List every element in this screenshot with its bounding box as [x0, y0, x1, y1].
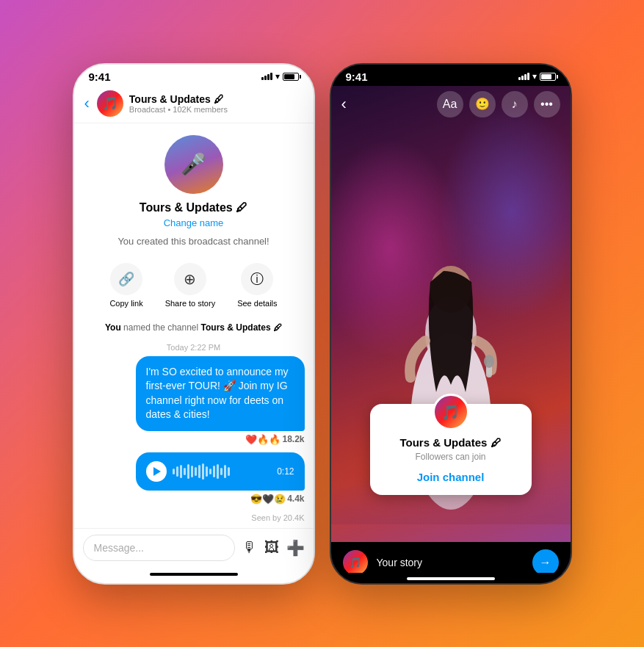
emoji-tool-button[interactable]: 🙂	[469, 91, 496, 118]
messages-area: I'm SO excited to announce my first-ever…	[74, 356, 314, 505]
signal-bars-dark-icon	[518, 73, 529, 80]
profile-section: 🎤 Tours & Updates 🖊 Change name You crea…	[74, 123, 314, 263]
copy-link-icon: 🔗	[110, 263, 142, 295]
signal-bar-d2	[521, 76, 524, 80]
message-bubble-1: I'm SO excited to announce my first-ever…	[136, 356, 305, 431]
wave-bar	[176, 466, 178, 477]
reaction-count-2: 4.4k	[287, 494, 304, 504]
wifi-icon: ▾	[275, 71, 280, 82]
reaction-count-1: 18.2k	[282, 434, 304, 444]
story-container: 9:41 ▾	[331, 65, 571, 583]
voice-message-bubble: 0:12	[136, 452, 305, 491]
send-story-button[interactable]: →	[532, 549, 559, 576]
wifi-dark-icon: ▾	[532, 71, 537, 82]
status-bar-dark-wrapper: 9:41 ▾	[331, 65, 571, 86]
wave-bar	[198, 465, 200, 478]
home-bar-line-dark	[407, 577, 495, 580]
wave-bar	[191, 466, 193, 477]
system-message: You named the channel Tours & Updates 🖊	[74, 317, 314, 339]
wave-bar	[220, 468, 222, 475]
wave-bar	[195, 467, 197, 476]
change-name-link[interactable]: Change name	[164, 217, 224, 228]
wave-bar	[187, 464, 189, 479]
status-time: 9:41	[89, 71, 111, 83]
story-tools: Aa 🙂 ♪ •••	[437, 91, 560, 118]
signal-bar-2	[264, 76, 267, 80]
phone-light: 9:41 ▾ ‹ 🎵 Tours & Updates	[73, 63, 315, 585]
wave-bar	[213, 466, 215, 477]
reactions-emoji-2: 😎🖤😢	[250, 494, 286, 505]
phone-dark: 9:41 ▾	[330, 63, 572, 585]
music-tool-button[interactable]: ♪	[502, 91, 528, 118]
svg-point-4	[484, 355, 494, 368]
signal-bar-d4	[527, 73, 529, 80]
image-icon[interactable]: 🖼	[264, 539, 279, 556]
see-details-button[interactable]: ⓘ See details	[237, 263, 277, 308]
signal-bar-d1	[518, 77, 521, 80]
profile-avatar: 🎤	[164, 135, 223, 194]
send-arrow-icon: →	[540, 556, 551, 569]
message-reactions-2: 😎🖤😢 4.4k	[83, 494, 305, 505]
your-story-label: Your story	[377, 557, 524, 568]
wave-bar	[173, 469, 175, 474]
action-buttons: 🔗 Copy link ⊕ Share to story ⓘ See detai…	[74, 263, 314, 317]
music-tool-icon: ♪	[512, 98, 518, 111]
signal-bar-d3	[524, 74, 527, 80]
wave-bar	[209, 469, 211, 474]
signal-bar-4	[270, 73, 272, 80]
message-input[interactable]: Message...	[83, 535, 235, 561]
profile-avatar-inner: 🎤	[164, 135, 223, 194]
channel-card-name: Tours & Updates 🖊	[385, 436, 517, 449]
header-info: Tours & Updates 🖊 Broadcast • 102K membe…	[129, 93, 303, 114]
play-button[interactable]	[146, 461, 167, 482]
phones-container: 9:41 ▾ ‹ 🎵 Tours & Updates	[73, 63, 572, 585]
profile-desc: You created this broadcast channel!	[117, 236, 269, 247]
more-tool-icon: •••	[540, 98, 553, 111]
profile-name: Tours & Updates 🖊	[140, 201, 247, 214]
join-channel-button[interactable]: Join channel	[385, 471, 517, 483]
wave-bar	[180, 465, 182, 478]
copy-link-label: Copy link	[109, 299, 142, 308]
battery-icon	[283, 73, 299, 81]
wave-bar	[202, 463, 204, 480]
play-triangle-icon	[153, 467, 161, 476]
home-bar-dark	[331, 573, 571, 583]
share-story-button[interactable]: ⊕ Share to story	[165, 263, 215, 308]
channel-card-sub: Followers can join	[385, 452, 517, 462]
wave-bar	[217, 464, 219, 479]
channel-title: Tours & Updates 🖊	[129, 93, 303, 105]
plus-icon[interactable]: ➕	[286, 539, 305, 557]
text-tool-label: Aa	[443, 98, 457, 111]
back-button[interactable]: ‹	[84, 94, 90, 113]
copy-link-button[interactable]: 🔗 Copy link	[109, 263, 142, 308]
status-icons: ▾	[261, 71, 299, 82]
more-tool-button[interactable]: •••	[534, 91, 560, 118]
reactions-emoji-1: ❤️🔥🔥	[245, 434, 281, 445]
wave-bar	[224, 465, 226, 478]
seen-text: Seen by 20.4K	[74, 512, 314, 528]
story-back-button[interactable]: ‹	[341, 95, 347, 114]
battery-fill-dark	[541, 74, 551, 79]
wave-bar	[184, 468, 186, 475]
waveform	[173, 463, 272, 480]
story-header: ‹ Aa 🙂 ♪ •••	[331, 85, 571, 122]
chat-header: ‹ 🎵 Tours & Updates 🖊 Broadcast • 102K m…	[74, 86, 314, 123]
story-background	[331, 65, 571, 583]
message-input-bar: Message... 🎙 🖼 ➕	[74, 528, 314, 567]
text-tool-button[interactable]: Aa	[437, 91, 463, 118]
message-reactions-1: ❤️🔥🔥 18.2k	[83, 434, 305, 445]
status-bar-light: 9:41 ▾	[74, 65, 314, 86]
message-placeholder: Message...	[94, 542, 144, 554]
wave-bar	[206, 466, 208, 477]
channel-sub: Broadcast • 102K members	[129, 105, 303, 114]
signal-bar-3	[267, 74, 269, 80]
status-bar-dark: 9:41 ▾	[331, 65, 571, 86]
channel-avatar-header: 🎵	[97, 90, 123, 117]
home-bar	[74, 567, 314, 579]
see-details-label: See details	[237, 299, 277, 308]
story-avatar-small: 🎵	[343, 550, 368, 575]
microphone-icon[interactable]: 🎙	[242, 539, 257, 556]
story-avatar-icon: 🎵	[349, 557, 361, 568]
battery-fill	[284, 74, 294, 79]
channel-card-avatar: 🎵	[433, 394, 469, 430]
